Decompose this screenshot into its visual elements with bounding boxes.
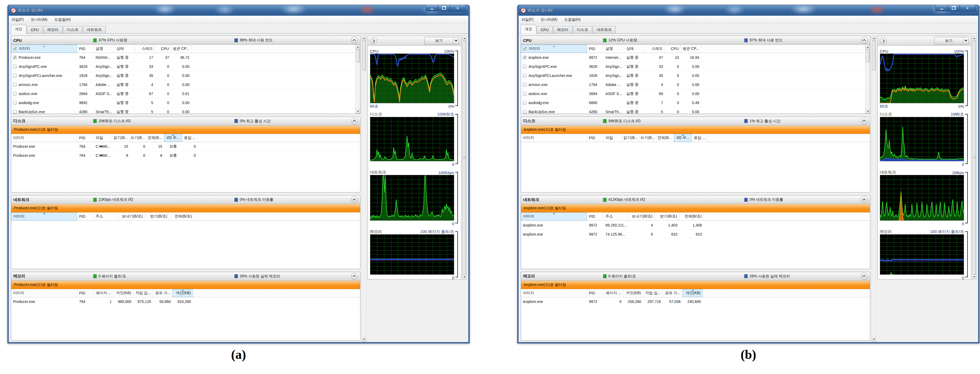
scroll-down-arrow[interactable] [356,109,360,114]
table-row[interactable]: AnySign4PC.exe3628AnySign...실행 중3300.00 [521,62,865,71]
column-header-2[interactable]: 설명 [94,45,115,53]
column-header-4[interactable]: 작업 집... [643,289,663,297]
table-row[interactable]: audiodg.exe6880실행 중700.49 [521,98,865,107]
cpu-section-header[interactable]: CPU 12% CPU 사용량 97% 최대 사용 빈도 [521,36,870,45]
sections-scrollbar[interactable] [362,36,366,342]
scroll-up-arrow[interactable] [463,36,466,40]
table-row[interactable]: Producer.exe7641980,000975,12050,860924,… [11,297,360,306]
table-row[interactable]: AnySign4PC.exe3628AnySign...실행 중3300.00 [11,62,355,71]
column-header-4[interactable]: 스레드 [135,45,155,53]
collapse-button[interactable] [351,273,358,280]
tab-disk[interactable]: 디스크 [63,26,82,33]
column-header-2[interactable]: 파일 [604,134,622,142]
column-header-1[interactable]: PID [77,212,94,220]
table-row[interactable]: AnySign4PCLauncher.exe1828AnySign...실행 중… [521,71,865,80]
column-header-3[interactable]: 보내기(B/초) [628,212,655,220]
row-checkbox[interactable] [523,74,527,78]
table-row[interactable]: iexplore.exe997274.125.96...0810810 [521,230,870,239]
tab-overview[interactable]: 개요 [11,25,26,33]
row-checkbox[interactable] [523,83,527,87]
collapse-button[interactable] [861,37,868,44]
restore-button[interactable] [948,5,960,11]
column-header-7[interactable]: 응답 ... [692,134,708,142]
table-row[interactable]: armsvc.exe1784Adobe ...실행 중400.00 [521,80,865,89]
graphs-scrollbar[interactable] [972,36,977,279]
row-checkbox[interactable] [523,101,527,105]
close-button[interactable]: x [959,5,975,11]
column-header-6[interactable]: I/O 우... [674,134,692,142]
scroll-thumb[interactable] [972,41,976,274]
table-row[interactable]: iexplore.exe9972Internet...실행 중471016.93 [521,53,865,62]
column-header-6[interactable]: 개인(KB) [173,289,193,297]
table-row[interactable]: AnySign4PCLauncher.exe1828AnySign...실행 중… [11,71,355,80]
column-header-2[interactable]: 설명 [604,45,624,53]
select-all-checkbox[interactable] [523,47,527,51]
column-header-0[interactable]: 이미지 [521,45,587,53]
column-header-4[interactable]: 받기(B/초) [145,212,169,220]
column-header-7[interactable]: 응답 ... [182,134,198,142]
scroll-up-arrow[interactable] [356,45,360,49]
window-titlebar[interactable]: 리소스 모니터 x [519,5,978,16]
table-row[interactable]: iexplore.exe997289.250.211...41,4031,408 [521,221,870,230]
row-checkbox[interactable] [13,101,17,105]
row-checkbox[interactable] [13,65,17,68]
table-row[interactable]: BackUpSvc.exe4280SmarTh...실행 중500.00 [11,107,355,114]
row-checkbox[interactable] [523,110,527,114]
column-header-1[interactable]: PID [77,134,94,142]
tab-disk[interactable]: 디스크 [573,26,592,33]
row-checkbox[interactable] [523,92,527,95]
scroll-down-arrow[interactable] [362,337,366,342]
collapse-button[interactable] [861,118,868,125]
row-checkbox[interactable] [13,83,17,87]
menu-file[interactable]: 파일(F) [521,17,533,22]
memory-section-header[interactable]: 메모리 0 페이지 폴트/초 35% 사용된 실제 메모리 [11,272,360,281]
table-row[interactable]: asdsvc.exe2684ASDF S...실행 중6800.00 [521,89,865,98]
scroll-down-arrow[interactable] [865,109,870,114]
column-header-1[interactable]: PID [77,289,94,297]
scroll-thumb[interactable] [866,49,870,62]
graphs-scrollbar[interactable] [462,36,467,279]
column-header-0[interactable]: 이미지 [11,134,77,142]
scroll-down-arrow[interactable] [872,337,876,342]
row-checkbox[interactable] [13,74,17,78]
scroll-up-arrow[interactable] [872,36,876,40]
cpu-table-scrollbar[interactable] [865,45,870,114]
tab-memory[interactable]: 메모리 [43,26,63,33]
network-section-header[interactable]: 네트워크 22Kbps 네트워크 I/O 0% 네트워크 이용률 [11,195,360,204]
collapse-button[interactable] [351,118,358,125]
collapse-button[interactable] [351,37,358,44]
disk-section-header[interactable]: 디스크 56KB/초 디스크 I/O 1% 최고 활성 시간 [521,117,870,126]
scroll-thumb[interactable] [362,41,366,71]
column-header-5[interactable]: 전체(B... [147,134,164,142]
table-row[interactable]: asdsvc.exe2684ASDF S...실행 중6700.01 [11,89,355,98]
row-checkbox[interactable] [13,55,17,59]
table-row[interactable]: armsvc.exe1784Adobe ...실행 중400.00 [11,80,355,89]
column-header-3[interactable]: 읽기(B... [112,134,130,142]
table-row[interactable]: BackUpSvc.exe4280SmarTh...실행 중500.00 [521,107,865,114]
scroll-down-arrow[interactable] [463,275,466,279]
column-header-5[interactable]: 공유 가... [663,289,682,297]
view-dropdown[interactable] [963,40,969,41]
column-header-5[interactable]: 전체(B/초) [169,212,194,220]
scroll-up-arrow[interactable] [362,36,366,40]
tab-overview[interactable]: 개요 [521,25,536,33]
column-header-4[interactable]: 스레드 [645,45,665,53]
cpu-table-scrollbar[interactable] [355,45,360,114]
column-header-4[interactable]: 작업 집... [133,289,153,297]
tab-network[interactable]: 네트워크 [593,26,616,33]
expand-button[interactable] [880,37,887,44]
expand-button[interactable] [370,37,377,44]
column-header-4[interactable]: 쓰기(B... [640,134,657,142]
column-header-2[interactable]: 주소 [604,212,628,220]
row-checkbox[interactable] [523,65,527,68]
column-header-0[interactable]: 이미지 [11,45,77,53]
table-row[interactable]: audiodg.exe9692실행 중500.00 [11,98,355,107]
column-header-0[interactable]: 이미지 [11,289,77,297]
column-header-2[interactable]: 주소 [94,212,119,220]
column-header-2[interactable]: 파일 [94,134,112,142]
column-header-0[interactable]: 이미지 [521,134,587,142]
column-header-3[interactable]: 상태 [115,45,135,53]
table-row[interactable]: Producer.exe764NGRAI...실행 중173736.72 [11,53,355,62]
table-row[interactable]: Producer.exe764C:₩Wi...808보통0 [11,151,360,160]
table-row[interactable]: iexplore.exe99720258,260297,71657,036240… [521,297,870,306]
